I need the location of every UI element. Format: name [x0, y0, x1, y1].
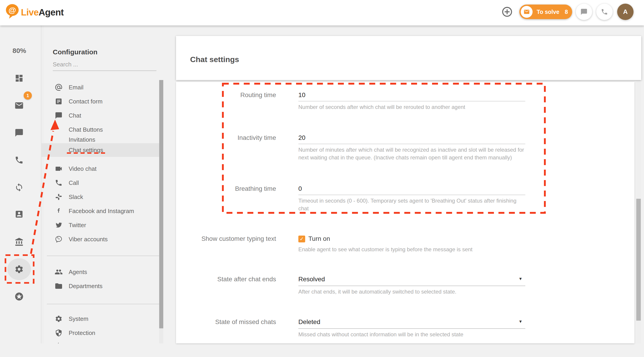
twitter-icon — [54, 221, 63, 229]
typing-text-checkbox-label[interactable]: Turn on — [308, 235, 330, 242]
config-item-video-chat[interactable]: Video chat — [41, 162, 159, 176]
dashboard-icon — [14, 74, 24, 83]
breathing-time-helper: Timeout in seconds (0 - 600). Temporary … — [298, 197, 528, 212]
search-underline — [53, 70, 156, 71]
typing-text-checkbox[interactable]: ✓ — [298, 236, 305, 242]
config-item-chat-settings[interactable]: Chat settings — [41, 143, 159, 157]
main-scrollbar-thumb[interactable] — [636, 199, 641, 320]
routing-time-label: Routing time — [176, 92, 276, 99]
svg-text:@: @ — [8, 6, 16, 14]
sidebar-item-chats[interactable] — [14, 127, 24, 138]
avatar[interactable]: A — [617, 4, 634, 20]
logo-wordmark[interactable]: LiveAgent — [21, 7, 64, 18]
logo-agent: Agent — [39, 7, 64, 17]
system-gear-icon — [54, 315, 63, 323]
sidebar-item-starred[interactable] — [14, 291, 24, 302]
config-item-slack[interactable]: Slack — [41, 190, 159, 204]
chat-bubble-icon — [54, 112, 63, 120]
sidebar-item-customers[interactable] — [14, 209, 24, 220]
sidebar-item-tickets[interactable] — [14, 100, 24, 111]
usage-percent: 80% — [9, 47, 30, 54]
config-item-departments[interactable]: Departments — [41, 279, 159, 293]
viber-icon — [54, 235, 63, 243]
configuration-title: Configuration — [53, 48, 98, 56]
config-divider-2 — [47, 304, 159, 304]
config-item-agents[interactable]: Agents — [41, 265, 159, 279]
folder-icon — [54, 282, 63, 290]
sidebar-item-configuration[interactable] — [14, 264, 24, 275]
shield-icon — [54, 329, 63, 337]
dropdown-caret-icon[interactable]: ▼ — [518, 276, 522, 281]
videocam-icon — [54, 165, 63, 173]
automation-icon — [54, 342, 63, 343]
sidebar-item-dashboard[interactable] — [14, 73, 24, 84]
typing-text-label: Show customer typing text — [176, 235, 276, 242]
config-item-twitter[interactable]: Twitter — [41, 218, 159, 232]
config-item-chat[interactable]: Chat — [41, 109, 159, 122]
sidebar-item-billing[interactable] — [14, 236, 24, 248]
chats-button[interactable] — [576, 4, 592, 20]
breathing-time-input[interactable]: 0 — [298, 185, 302, 192]
config-item-automation[interactable]: Automation — [41, 339, 159, 343]
app-window: @ LiveAgent To solve 8 A 80% 1 — [0, 0, 644, 357]
phone-icon — [14, 156, 24, 165]
sidebar-item-calls[interactable] — [14, 154, 24, 166]
dropdown-caret-icon[interactable]: ▼ — [518, 319, 522, 324]
missed-chats-label: State of missed chats — [176, 318, 276, 326]
add-button[interactable] — [501, 6, 513, 18]
config-scrollbar-thumb[interactable] — [159, 80, 163, 328]
chat-bubble-icon — [580, 8, 588, 16]
agents-icon — [54, 268, 63, 276]
tickets-badge: 1 — [24, 92, 32, 100]
config-search-input[interactable]: Search ... — [53, 61, 156, 68]
calls-button[interactable] — [596, 4, 612, 20]
slack-icon — [54, 193, 63, 201]
chat-icon — [14, 128, 24, 137]
state-after-chat-select[interactable]: Resolved — [298, 276, 325, 283]
phone-icon — [601, 8, 608, 16]
config-item-protection[interactable]: Protection — [41, 326, 159, 340]
mail-icon — [14, 101, 24, 110]
sync-icon — [14, 183, 24, 192]
to-solve-label: To solve — [537, 9, 560, 15]
to-solve-button[interactable]: To solve 8 — [520, 4, 572, 19]
missed-chats-underline — [298, 328, 525, 329]
config-item-system[interactable]: System — [41, 312, 159, 326]
state-after-chat-label: State after chat ends — [176, 276, 276, 283]
state-after-chat-underline — [298, 286, 525, 286]
inactivity-time-label: Inactivity time — [176, 134, 276, 142]
chat-settings-annotation-underline — [67, 152, 106, 154]
liveagent-logo-icon[interactable]: @ — [6, 4, 20, 19]
config-item-viber[interactable]: Viber accounts — [41, 232, 159, 246]
state-after-chat-helper: After chat ends, it will be automaticall… — [298, 288, 528, 296]
config-item-facebook-instagram[interactable]: Facebook and Instagram — [41, 204, 159, 218]
contact-card-icon — [14, 210, 24, 219]
sidebar-item-sync[interactable] — [14, 182, 24, 193]
bank-icon — [14, 238, 24, 246]
contact-form-icon — [54, 97, 63, 106]
routing-time-underline — [298, 101, 525, 102]
inactivity-time-helper: Number of minutes after which chat will … — [298, 146, 528, 162]
to-solve-count: 8 — [565, 9, 568, 15]
config-item-call[interactable]: Call — [41, 176, 159, 190]
config-item-email[interactable]: Email — [41, 80, 159, 94]
routing-time-helper: Number of seconds after which chat will … — [298, 103, 528, 111]
chat-settings-form: Routing time 10 Number of seconds after … — [176, 82, 634, 343]
config-item-contact-form[interactable]: Contact form — [41, 94, 159, 108]
missed-chats-helper: Missed chats without contact information… — [298, 330, 528, 338]
breathing-time-label: Breathing time — [176, 185, 276, 192]
envelope-icon — [521, 6, 532, 18]
missed-chats-select[interactable]: Deleted — [298, 318, 320, 326]
config-divider — [47, 256, 159, 256]
typing-text-helper: Enable agent to see what customer is typ… — [298, 246, 528, 253]
facebook-icon — [54, 207, 63, 215]
top-bar: @ LiveAgent To solve 8 A — [0, 0, 644, 26]
configuration-panel: Configuration Search ... Email Contact f… — [41, 26, 163, 343]
routing-time-input[interactable]: 10 — [298, 92, 306, 99]
star-icon — [14, 292, 24, 301]
inactivity-time-underline — [298, 144, 525, 144]
inactivity-time-input[interactable]: 20 — [298, 134, 306, 142]
logo-live: Live — [21, 7, 39, 17]
plus-circle-icon — [501, 6, 513, 18]
page-title: Chat settings — [190, 55, 239, 64]
